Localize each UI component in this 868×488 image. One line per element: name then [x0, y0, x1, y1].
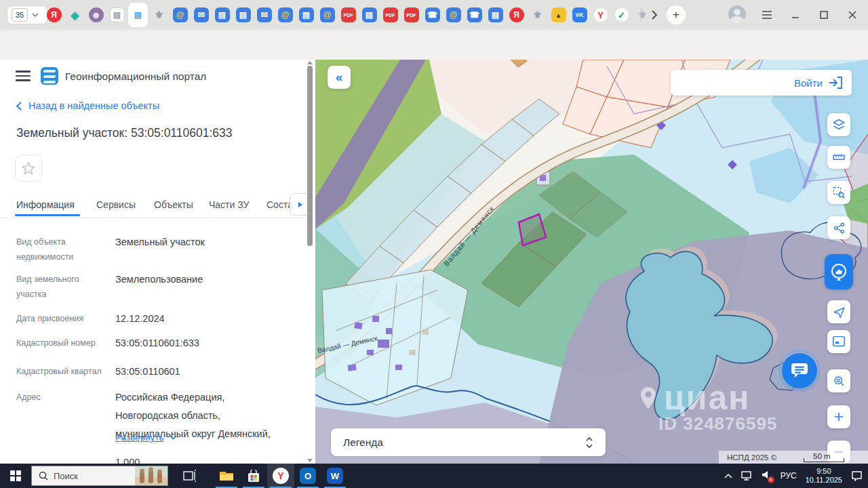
field-value: Землепользование	[115, 270, 298, 289]
start-button[interactable]	[0, 464, 31, 488]
scroll-tabs-right-icon[interactable]	[651, 10, 657, 20]
tab-yandex[interactable]: Я	[43, 0, 64, 30]
field-value: Земельный участок	[115, 233, 298, 251]
tab-services[interactable]: Сервисы	[96, 199, 136, 210]
new-tab-button[interactable]: +	[667, 5, 686, 24]
scroll-up-icon[interactable]	[307, 61, 313, 64]
zoom-in-icon	[833, 411, 845, 423]
field-value: 53:05:0110601	[115, 363, 298, 381]
tab-gerb[interactable]: ⚜	[149, 0, 170, 30]
tab-doc-blue[interactable]: ▤	[485, 0, 506, 30]
menu-icon[interactable]	[16, 70, 31, 81]
ms-store-button[interactable]	[240, 464, 267, 488]
field-label: Дата присвоения	[16, 311, 106, 326]
collapse-panel-button[interactable]: «	[328, 66, 351, 89]
tab-graphics-diamond[interactable]: ◆	[64, 0, 85, 30]
minimap-button[interactable]	[827, 330, 850, 353]
tab-doc-blue[interactable]: ▤	[296, 0, 317, 30]
close-button[interactable]	[844, 7, 861, 23]
tab-counter[interactable]: 35	[7, 5, 47, 24]
mail-envelope-favicon-icon: ✉	[194, 7, 209, 22]
app-title: Геоинформационный портал	[65, 70, 206, 83]
doc-blue-favicon-icon: ▤	[488, 7, 503, 22]
search-placeholder: Поиск	[54, 471, 78, 481]
file-explorer-button[interactable]	[213, 464, 240, 488]
measure-button[interactable]	[827, 146, 850, 169]
clock[interactable]: 9:50 10.11.2025	[806, 467, 842, 485]
active-layer-pin-icon	[829, 262, 848, 281]
word-button[interactable]: W	[321, 464, 349, 488]
back-to-results-link[interactable]: Назад в найденные объекты	[16, 100, 159, 111]
panel-scrollbar[interactable]	[307, 60, 313, 464]
tab-picture[interactable]: ▲	[548, 0, 569, 30]
tab-mail-at[interactable]: @	[275, 0, 296, 30]
browser-menu-icon[interactable]	[758, 7, 776, 23]
chevron-left-icon	[16, 102, 22, 110]
tab-pdf[interactable]: PDF	[401, 0, 422, 30]
task-view-button[interactable]	[176, 464, 203, 488]
area-search-button[interactable]	[827, 181, 850, 204]
chat-button[interactable]	[782, 353, 817, 388]
scroll-down-icon[interactable]	[307, 459, 313, 462]
nspd-logo-icon[interactable]	[41, 67, 58, 85]
tray-expand-icon[interactable]	[724, 473, 732, 479]
divider	[641, 8, 642, 22]
tab-parts[interactable]: Части ЗУ	[209, 199, 249, 210]
legend-bar[interactable]: Легенда	[331, 428, 606, 456]
share-button[interactable]	[827, 216, 850, 239]
tab-mail-at[interactable]: @	[170, 0, 191, 30]
tab-information[interactable]: Информация	[16, 199, 75, 210]
tab-phone[interactable]: ☎	[464, 0, 485, 30]
locate-button[interactable]	[827, 300, 850, 323]
object-search-button[interactable]	[827, 369, 850, 392]
tab-yandex[interactable]: Я	[506, 0, 527, 30]
chevron-down-icon	[32, 13, 39, 17]
tab-nspd-active[interactable]: ▤	[127, 0, 149, 30]
taskbar-search[interactable]: Поиск	[31, 466, 168, 486]
expand-address-link[interactable]: Развернуть	[115, 432, 177, 443]
active-layer-pin-button[interactable]	[825, 254, 853, 289]
tab-phone[interactable]: ☎	[422, 0, 443, 30]
tab-gerb[interactable]: ⚜	[527, 0, 548, 30]
network-icon[interactable]	[741, 471, 753, 481]
volume-muted-icon[interactable]: ✕	[762, 470, 772, 482]
tab-composition[interactable]: Соста	[267, 199, 291, 210]
tab-pdf[interactable]: PDF	[380, 0, 401, 30]
tab-pdf[interactable]: PDF	[338, 0, 359, 30]
profile-avatar[interactable]	[728, 5, 746, 23]
tab-sber[interactable]: ✓	[611, 0, 632, 30]
tab-mail-envelope[interactable]: ✉	[254, 0, 275, 30]
tab-doc-blue[interactable]: ▤	[359, 0, 380, 30]
attribution-text: НСПД 2025 ©	[727, 453, 776, 462]
action-center-icon[interactable]	[851, 471, 863, 481]
tab-count: 35	[12, 8, 28, 22]
field-value: 12.12.2024	[115, 310, 298, 328]
yandex-browser-button[interactable]: Y	[267, 464, 294, 488]
zoom-in-button[interactable]	[827, 405, 850, 428]
tab-yandex-browser[interactable]: Y	[590, 0, 611, 30]
field-value-address-line: Российская Федерация,	[115, 388, 298, 407]
tab-doc-blue[interactable]: ▤	[212, 0, 233, 30]
tab-document[interactable]: ▤	[106, 0, 127, 30]
object-info-panel: Геоинформационный портал Назад в найденн…	[0, 60, 315, 464]
tab-doc-blue[interactable]: ▤	[233, 0, 254, 30]
tab-mail-at[interactable]: @	[443, 0, 464, 30]
tab-objects[interactable]: Объекты	[154, 199, 193, 210]
tab-vk[interactable]: VK	[569, 0, 590, 30]
gerb-favicon-icon: ⚜	[530, 7, 545, 22]
triangle-right-icon	[298, 201, 303, 208]
minimize-button[interactable]	[787, 7, 804, 23]
nspd-active-favicon-icon: ▤	[131, 7, 146, 22]
map-canvas[interactable]: Валдай — Демянск Валда	[315, 60, 868, 464]
maximize-button[interactable]	[815, 7, 833, 23]
tab-mail-at[interactable]: @	[317, 0, 338, 30]
gerb-favicon-icon: ⚜	[152, 7, 167, 22]
language-indicator[interactable]: РУС	[781, 471, 797, 481]
outlook-button[interactable]: O	[294, 464, 321, 488]
tab-mail-envelope[interactable]: ✉	[191, 0, 212, 30]
favorite-star-button[interactable]	[15, 155, 42, 182]
tab-avatar[interactable]: ☻	[85, 0, 106, 30]
scrollbar-thumb[interactable]	[307, 66, 313, 246]
login-bar[interactable]: Войти	[671, 70, 852, 96]
layers-button[interactable]	[827, 113, 850, 136]
